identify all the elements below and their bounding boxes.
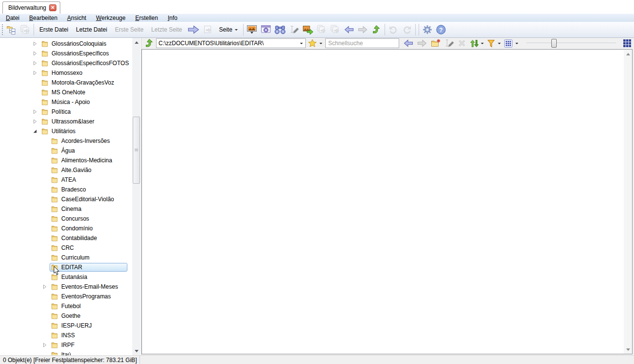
tree-item[interactable]: Música - Apoio — [0, 97, 132, 107]
tree-item[interactable]: Utilitários — [0, 126, 132, 136]
tree-item[interactable]: Itaú — [0, 350, 132, 355]
expander-collapsed-icon[interactable] — [30, 109, 40, 114]
redo-icon[interactable] — [400, 23, 414, 36]
tree-item-body[interactable]: IESP-UERJ — [50, 321, 94, 330]
folder-tree-icon[interactable] — [5, 23, 18, 36]
menu-item-info[interactable]: Info — [163, 14, 182, 22]
tree-item[interactable]: IRPF — [0, 340, 132, 350]
tree-item[interactable]: Eutanásia — [0, 272, 132, 282]
tree-item[interactable]: INSS — [0, 330, 132, 340]
quick-search-input[interactable] — [326, 39, 399, 48]
tree-item[interactable]: Concursos — [0, 214, 132, 224]
tree-scroll-thumb[interactable] — [133, 117, 140, 184]
tab-bildverwaltung[interactable]: Bildverwaltung ✕ — [2, 1, 60, 14]
tree-item-body[interactable]: Goethe — [50, 312, 83, 320]
menu-item-datei[interactable]: Datei — [1, 14, 24, 22]
tree-item[interactable]: Alimentos-Medicina — [0, 156, 132, 165]
screen-capture-icon[interactable] — [259, 23, 273, 36]
tree-item-body[interactable]: EventosProgramas — [50, 292, 113, 301]
tree-item[interactable]: Eventos-Email-Meses — [0, 282, 132, 292]
tree-item-body[interactable]: Política — [40, 107, 73, 116]
tree-item[interactable]: Condomínio — [0, 224, 132, 233]
tab-close-icon[interactable]: ✕ — [49, 4, 56, 11]
new-folder-button[interactable] — [429, 38, 442, 48]
tree-item[interactable]: Política — [0, 107, 132, 117]
tree-item[interactable]: EDITAR — [0, 262, 132, 272]
favorites-button[interactable] — [307, 38, 323, 48]
tree-item[interactable]: Ultrassom&laser — [0, 117, 132, 126]
tree-item-body[interactable]: Alte.Gavião — [50, 166, 94, 174]
tree-item-body[interactable]: IRPF — [50, 341, 77, 349]
tree-item-body[interactable]: Água — [50, 146, 77, 155]
path-combobox[interactable] — [156, 38, 306, 48]
tree-item-body[interactable]: Itaú — [50, 350, 73, 355]
tree-item[interactable]: Motorola-GravaçõesVoz — [0, 78, 132, 87]
tree-item-body[interactable]: Concursos — [50, 214, 91, 223]
tree-item-body[interactable]: CRC — [50, 243, 76, 252]
tree-scrollbar[interactable] — [132, 38, 141, 355]
menu-item-erstellen[interactable]: Erstellen — [130, 14, 163, 22]
tree-item-body[interactable]: CaseEditorial-Violão — [50, 195, 117, 204]
file-list-panel[interactable] — [141, 49, 633, 354]
tree-item-body[interactable]: Homossexo — [40, 69, 85, 77]
settings-gear-icon[interactable] — [421, 23, 434, 36]
tree-item[interactable]: ATEA — [0, 175, 132, 185]
copy-file-icon[interactable] — [315, 23, 329, 36]
page-dropdown-button[interactable]: Seite — [215, 24, 241, 35]
convert-image-icon[interactable] — [301, 23, 315, 36]
tree-item[interactable]: Curriculum — [0, 253, 132, 262]
tree-item[interactable]: Cinema — [0, 204, 132, 214]
tree-scroll-up-icon[interactable] — [132, 38, 141, 46]
folder-up-icon[interactable] — [370, 23, 383, 36]
delete-button[interactable] — [457, 38, 467, 48]
view-mode-button[interactable] — [503, 38, 519, 48]
quick-search-box[interactable] — [325, 38, 399, 48]
view-image-icon[interactable] — [245, 23, 259, 36]
tree-item[interactable]: Contabilidade — [0, 233, 132, 243]
tree-item[interactable]: GlossáriosEspecíficos — [0, 49, 132, 58]
forward-arrow-icon[interactable] — [356, 23, 370, 36]
next-page-icon[interactable] — [201, 23, 215, 36]
rename-edit-button[interactable] — [443, 38, 456, 48]
thumbnail-grid-button[interactable] — [622, 38, 633, 48]
next-file-arrow-icon[interactable] — [186, 23, 201, 36]
last-file-button[interactable]: Letzte Datei — [72, 24, 111, 35]
tree-item-body[interactable]: INSS — [50, 331, 77, 340]
slideshow-icon[interactable] — [18, 23, 32, 36]
sort-button[interactable] — [468, 38, 485, 48]
tree-item-body[interactable]: Eventos-Email-Meses — [50, 282, 121, 291]
slider-thumb[interactable] — [551, 39, 557, 48]
tree-item-body[interactable]: Utilitários — [40, 127, 78, 136]
main-scroll-down-icon[interactable] — [624, 346, 632, 354]
expander-collapsed-icon[interactable] — [30, 70, 40, 75]
tree-item-body[interactable]: Motorola-GravaçõesVoz — [40, 78, 117, 87]
tree-item-body[interactable]: Contabilidade — [50, 234, 99, 243]
path-dropdown-button[interactable] — [298, 39, 305, 48]
tree-item-body[interactable]: Acordes-Inversões — [50, 137, 112, 145]
tree-item[interactable]: Goethe — [0, 311, 132, 321]
menu-item-ansicht[interactable]: Ansicht — [62, 14, 91, 22]
main-scroll-up-icon[interactable] — [624, 50, 632, 58]
help-icon[interactable]: ? — [434, 23, 448, 36]
tree-item[interactable]: CRC — [0, 243, 132, 253]
expander-collapsed-icon[interactable] — [40, 343, 50, 347]
tree-item[interactable]: Acordes-Inversões — [0, 136, 132, 146]
rename-edit-icon[interactable] — [287, 23, 301, 36]
tree-item[interactable]: GlossáriosColoquiais — [0, 39, 132, 49]
first-file-button[interactable]: Erste Datei — [35, 24, 72, 35]
expander-collapsed-icon[interactable] — [30, 61, 40, 66]
main-scrollbar[interactable] — [624, 50, 632, 354]
tree-item[interactable]: Homossexo — [0, 68, 132, 78]
tree-item-selected[interactable]: EDITAR — [50, 263, 127, 272]
tree-item-body[interactable]: Futebol — [50, 302, 83, 311]
tree-item[interactable]: GlossáriosEspecíficosFOTOS — [0, 58, 132, 68]
last-page-button[interactable]: Letzte Seite — [147, 24, 186, 35]
toolbar-grip[interactable] — [1, 23, 3, 36]
expander-collapsed-icon[interactable] — [40, 284, 50, 289]
tree-item[interactable]: Bradesco — [0, 185, 132, 194]
menu-item-bearbeiten[interactable]: Bearbeiten — [24, 14, 62, 22]
thumbnail-size-slider[interactable] — [526, 38, 616, 48]
tree-item[interactable]: Futebol — [0, 301, 132, 311]
tree-item-body[interactable]: GlossáriosEspecíficosFOTOS — [40, 59, 131, 68]
expander-expanded-icon[interactable] — [30, 129, 40, 134]
